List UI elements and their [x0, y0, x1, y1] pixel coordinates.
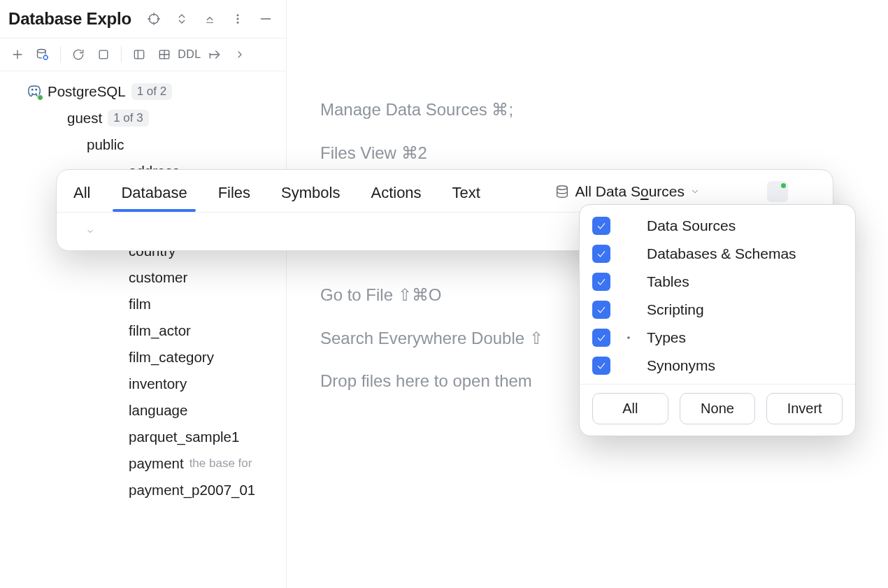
tree-database-row[interactable]: guest 1 of 3: [4, 105, 282, 131]
filter-item-synonyms[interactable]: Synonyms: [580, 352, 855, 380]
table-icon: [108, 456, 123, 471]
tab-actions[interactable]: Actions: [369, 178, 422, 212]
tree-table-row[interactable]: inventory: [4, 371, 282, 397]
tab-database[interactable]: Database: [120, 178, 188, 212]
filter-item-label: Types: [647, 329, 686, 346]
tree-table-row[interactable]: payment_p2007_01: [4, 477, 282, 503]
tree-label: customer: [129, 269, 187, 286]
svg-line-90: [82, 234, 85, 237]
tab-symbols[interactable]: Symbols: [280, 178, 341, 212]
svg-point-12: [38, 50, 46, 53]
grid-icon[interactable]: [152, 43, 176, 66]
table-icon: [108, 296, 123, 312]
filter-item-databases-schemas[interactable]: Databases & Schemas: [580, 240, 855, 268]
table-icon: [620, 273, 637, 290]
checkbox-checked-icon[interactable]: [592, 357, 610, 375]
tab-all[interactable]: All: [72, 178, 92, 212]
count-badge: 1 of 2: [131, 83, 173, 100]
svg-rect-59: [110, 353, 120, 361]
stop-icon[interactable]: [92, 43, 115, 66]
chevron-right-icon[interactable]: [89, 380, 102, 388]
filter-all-button[interactable]: All: [592, 393, 668, 424]
filter-item-label: Databases & Schemas: [647, 245, 796, 262]
types-icon: [620, 329, 637, 346]
tree-table-row[interactable]: film_category: [4, 344, 282, 371]
svg-point-86: [743, 187, 752, 190]
tree-label: payment_p2007_01: [129, 482, 255, 499]
scope-selector[interactable]: All Data Sources: [554, 183, 700, 200]
svg-point-22: [32, 89, 33, 90]
expand-collapse-icon[interactable]: [170, 7, 194, 31]
filter-item-tables[interactable]: Tables: [580, 268, 855, 296]
schema-icon: [620, 245, 637, 262]
table-icon: [108, 403, 123, 418]
svg-rect-27: [69, 146, 73, 150]
hide-panel-icon[interactable]: [254, 7, 278, 31]
filter-item-scripting[interactable]: Scripting: [580, 296, 855, 324]
chevron-right-icon[interactable]: [89, 433, 102, 441]
tree-label: guest: [67, 110, 102, 127]
filter-item-data-sources[interactable]: Data Sources: [580, 212, 855, 240]
table-hint: the base for: [189, 457, 252, 471]
tree-table-row[interactable]: film: [4, 291, 282, 317]
checkbox-checked-icon[interactable]: [592, 329, 610, 347]
tab-files[interactable]: Files: [217, 178, 252, 212]
chevron-right-icon[interactable]: [89, 300, 102, 308]
filter-invert-button[interactable]: Invert: [766, 393, 843, 424]
svg-rect-26: [69, 140, 73, 143]
svg-rect-93: [626, 251, 631, 256]
chevron-right-icon[interactable]: [89, 327, 102, 335]
add-icon[interactable]: [6, 43, 29, 66]
more-options-icon[interactable]: [226, 7, 250, 31]
checkbox-checked-icon[interactable]: [592, 273, 610, 291]
jump-to-source-icon[interactable]: [203, 43, 227, 66]
chevron-right-icon[interactable]: [89, 273, 102, 282]
filter-none-button[interactable]: None: [680, 393, 756, 424]
svg-line-88: [805, 188, 810, 193]
svg-rect-92: [624, 249, 634, 259]
chevron-down-icon[interactable]: [28, 114, 41, 122]
svg-point-7: [237, 18, 238, 20]
table-icon: [108, 270, 123, 285]
tree-table-row[interactable]: payment the base for: [4, 450, 282, 477]
collapse-all-icon[interactable]: [198, 7, 222, 31]
open-in-tool-window-icon[interactable]: [796, 181, 817, 202]
filter-item-label: Scripting: [647, 301, 704, 318]
tree-datasource-row[interactable]: PostgreSQL 1 of 2: [4, 78, 282, 105]
chevron-right-icon[interactable]: [228, 43, 252, 66]
svg-rect-87: [802, 187, 811, 196]
refresh-icon[interactable]: [66, 43, 90, 66]
chevron-down-icon[interactable]: [8, 87, 21, 96]
search-icon: [72, 224, 87, 239]
chevron-right-icon[interactable]: [89, 459, 102, 468]
target-icon[interactable]: [142, 7, 166, 31]
tree-schema-row[interactable]: public: [4, 131, 282, 158]
checkbox-checked-icon[interactable]: [592, 301, 610, 319]
chevron-right-icon[interactable]: [89, 353, 102, 361]
chevron-right-icon[interactable]: [89, 406, 102, 415]
chevron-right-icon[interactable]: [89, 486, 102, 494]
svg-rect-99: [626, 308, 633, 315]
layout-option-icon[interactable]: [708, 181, 729, 202]
checkbox-checked-icon[interactable]: [592, 217, 610, 235]
tree-label: film: [129, 296, 151, 313]
checkbox-checked-icon[interactable]: [592, 245, 610, 263]
svg-point-8: [237, 22, 238, 23]
svg-rect-47: [110, 273, 120, 282]
database-option-icon[interactable]: [738, 181, 759, 202]
tree-table-row[interactable]: customer: [4, 264, 282, 291]
filter-item-types[interactable]: Types: [580, 324, 855, 352]
tree-table-row[interactable]: film_actor: [4, 317, 282, 344]
chevron-down-icon[interactable]: [48, 141, 60, 149]
datasource-properties-icon[interactable]: [31, 43, 55, 66]
tab-text[interactable]: Text: [451, 178, 482, 212]
hint-files-view: Files View ⌘2: [320, 141, 888, 165]
filter-icon[interactable]: [767, 181, 788, 202]
filter-item-label: Data Sources: [647, 217, 736, 234]
tree-table-row[interactable]: language: [4, 397, 282, 424]
ddl-button[interactable]: DDL: [178, 43, 201, 66]
tree-table-row[interactable]: parquet_sample1: [4, 424, 282, 450]
tree-label: PostgreSQL: [48, 83, 126, 100]
svg-point-89: [75, 227, 83, 234]
layout-icon[interactable]: [127, 43, 151, 66]
